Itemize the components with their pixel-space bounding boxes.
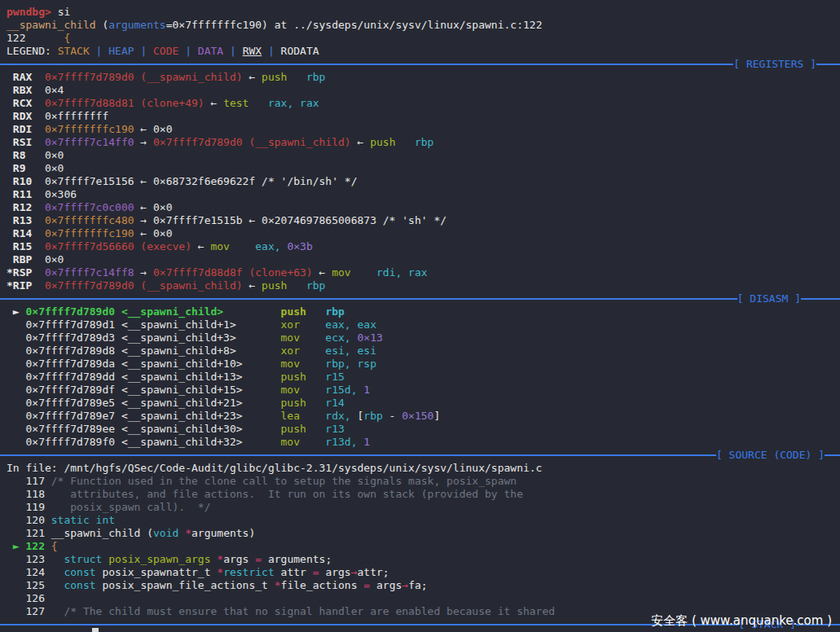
prompt-line: pwndbg> si bbox=[7, 6, 840, 19]
register-row-rax: RAX 0×7ffff7d789d0 (__spawni_child) ← pu… bbox=[7, 71, 840, 84]
disasm-line: 0×7ffff7d789dd <__spawni_child+13> push … bbox=[7, 371, 840, 384]
register-row-rcx: RCX 0×7ffff7d88d81 (clone+49) ← test rax… bbox=[7, 97, 840, 110]
disasm-line: 0×7ffff7d789e5 <__spawni_child+21> push … bbox=[7, 397, 840, 410]
disasm-line: 0×7ffff7d789f0 <__spawni_child+32> mov r… bbox=[7, 436, 840, 449]
register-row-rip: *RIP 0×7ffff7d789d0 (__spawni_child) ← p… bbox=[7, 279, 840, 292]
source-file-line: In file: /mnt/hgfs/QSec/Code-Audit/glibc… bbox=[7, 462, 840, 475]
section-label: [ REGISTERS ] bbox=[733, 58, 816, 71]
divider-line bbox=[825, 454, 840, 456]
watermark: 安全客 ( www.anquanke.com ) bbox=[651, 613, 832, 629]
disasm-line: 0×7ffff7d789ee <__spawni_child+30> push … bbox=[7, 423, 840, 436]
register-row-rbx: RBX 0×4 bbox=[7, 84, 840, 97]
source-line-117: 117 /* Function used in the clone call t… bbox=[7, 475, 840, 488]
register-row-r12: R12 0×7ffff7c0c000 ← 0×0 bbox=[7, 201, 840, 214]
source-line-119: 119 posix_spawn call). */ bbox=[7, 501, 840, 514]
source-line-118: 118 attributes, and file actions. It run… bbox=[7, 488, 840, 501]
section-divider-disasm: [ DISASM ] bbox=[0, 292, 840, 305]
disasm-line: 0×7ffff7d789e7 <__spawni_child+23> lea r… bbox=[7, 410, 840, 423]
source-line-121: 121 __spawni_child (void *arguments) bbox=[7, 527, 840, 540]
section-label: [ DISASM ] bbox=[737, 292, 801, 305]
text-cursor bbox=[92, 628, 99, 632]
disasm-line: 0×7ffff7d789d1 <__spawni_child+1> xor ea… bbox=[7, 318, 840, 331]
register-row-rdx: RDX 0×ffffffff bbox=[7, 110, 840, 123]
divider-line bbox=[0, 298, 737, 300]
disasm-line: 0×7ffff7d789df <__spawni_child+15> mov r… bbox=[7, 384, 840, 397]
section-divider-registers: [ REGISTERS ] bbox=[0, 58, 840, 71]
divider-line bbox=[801, 298, 840, 300]
divider-line bbox=[816, 64, 840, 65]
source-line-124: 124 const posix_spawnattr_t *restrict at… bbox=[7, 566, 840, 579]
register-row-r15: R15 0×7ffff7d56660 (execve) ← mov eax, 0… bbox=[7, 240, 840, 253]
register-row-rsi: RSI 0×7ffff7c14ff0 → 0×7ffff7d789d0 (__s… bbox=[7, 136, 840, 149]
register-row-rdi: RDI 0×7fffffffc190 ← 0×0 bbox=[7, 123, 840, 136]
section-divider-source-code: [ SOURCE (CODE) ] bbox=[0, 449, 840, 462]
disasm-line: 0×7ffff7d789d8 <__spawni_child+8> xor es… bbox=[7, 345, 840, 358]
terminal: pwndbg> si__spawni_child (arguments=0×7f… bbox=[0, 0, 840, 632]
divider-line bbox=[0, 454, 716, 456]
register-row-r11: R11 0×306 bbox=[7, 188, 840, 201]
section-label: [ SOURCE (CODE) ] bbox=[716, 449, 825, 462]
register-row-r13: R13 0×7fffffffc480 → 0×7ffff7e1515b ← 0×… bbox=[7, 214, 840, 227]
disasm-line-current: ► 0×7ffff7d789d0 <__spawni_child> push r… bbox=[7, 305, 840, 318]
frame-line: __spawni_child (arguments=0×7fffffffc190… bbox=[7, 19, 840, 32]
disasm-line: 0×7ffff7d789da <__spawni_child+10> mov r… bbox=[7, 358, 840, 371]
source-line-120: 120 static int bbox=[7, 514, 840, 527]
register-row-rbp: RBP 0×0 bbox=[7, 253, 840, 266]
register-row-r9: R9 0×0 bbox=[7, 162, 840, 175]
legend-line: LEGEND: STACK | HEAP | CODE | DATA | RWX… bbox=[7, 45, 840, 58]
register-row-rsp: *RSP 0×7ffff7c14ff8 → 0×7ffff7d88d8f (cl… bbox=[7, 266, 840, 279]
disasm-line: 0×7ffff7d789d3 <__spawni_child+3> mov ec… bbox=[7, 331, 840, 345]
source-line-123: 123 struct posix_spawn_args *args = argu… bbox=[7, 553, 840, 566]
source-line-125: 125 const posix_spawn_file_actions_t *fi… bbox=[7, 579, 840, 592]
register-row-r8: R8 0×0 bbox=[7, 149, 840, 162]
register-row-r14: R14 0×7fffffffc190 ← 0×0 bbox=[7, 227, 840, 240]
source-line-126: 126 bbox=[7, 592, 840, 605]
register-row-r10: R10 0×7ffff7e15156 ← 0×68732f6e69622f /*… bbox=[7, 175, 840, 188]
source-line-122-current: ► 122 { bbox=[7, 540, 840, 553]
source-echo-line: 122 { bbox=[7, 32, 840, 45]
divider-line bbox=[0, 64, 733, 65]
divider-line bbox=[0, 624, 739, 625]
